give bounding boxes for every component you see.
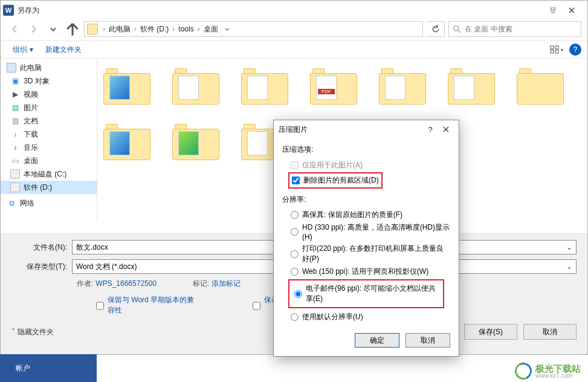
breadcrumb[interactable]: 桌面 [201,24,221,34]
account-panel[interactable]: 帐户 [0,354,97,382]
tree-network[interactable]: ⧉网络 [1,196,97,210]
tree-item[interactable]: ▥文档 [1,114,97,128]
folder-item[interactable] [379,66,426,105]
tree-item[interactable]: ▣3D 对象 [1,74,97,88]
cube-icon: ▣ [10,76,20,86]
author-value[interactable]: WPS_1666572500 [95,279,157,288]
folder-item[interactable] [448,66,495,105]
chevron-right-icon: › [171,25,176,33]
folder-item[interactable] [517,66,564,105]
organize-menu[interactable]: 组织▾ [7,44,39,56]
resolution-email[interactable]: 电子邮件(96 ppi): 尽可能缩小文档以便共享(E) [292,282,441,305]
chevron-down-icon[interactable]: ⌄ [566,262,572,271]
highlight-box: 电子邮件(96 ppi): 尽可能缩小文档以便共享(E) [288,279,444,308]
desktop-icon: ▭ [10,156,20,166]
tags-value[interactable]: 添加标记 [212,279,241,288]
folder-item[interactable] [103,121,150,160]
folder-item[interactable] [310,66,357,105]
breadcrumb[interactable]: 软件 (D:) [138,24,171,34]
watermark: 极光下载站 www.xz7.com [515,363,581,380]
resolution-hifi[interactable]: 高保真: 保留原始图片的质量(F) [282,209,450,221]
new-folder-button[interactable]: 新建文件夹 [39,44,88,56]
folder-item[interactable] [172,66,219,105]
folder-item[interactable] [103,66,150,105]
address-bar[interactable]: › 此电脑 › 软件 (D:) › tools › 桌面 [84,21,423,37]
delete-cropped-checkbox[interactable]: 删除图片的剪裁区域(D) [292,175,379,186]
author-label: 作者: [77,279,93,288]
chevron-right-icon: › [102,25,106,33]
view-mode-button[interactable]: ▾ [549,42,564,57]
tree-item[interactable]: ↓下载 [1,128,97,141]
word-icon: W [3,5,14,16]
hide-folders-toggle[interactable]: ˄隐藏文件夹 [11,327,54,337]
address-row: › 此电脑 › 软件 (D:) › tools › 桌面 [1,20,587,40]
dialog-help-button[interactable]: ? [422,121,438,137]
music-icon: ♪ [10,143,20,152]
tree-item[interactable]: ▭桌面 [1,154,97,167]
svg-rect-2 [555,46,558,49]
document-icon: ▥ [10,116,20,126]
tree-item[interactable]: ▶视频 [1,88,97,101]
dialog-title: 压缩图片 [279,125,308,135]
watermark-name: 极光下载站 [535,364,581,373]
tree-this-pc[interactable]: 此电脑 [1,61,97,74]
search-input[interactable] [465,25,577,33]
apply-only-checkbox: 仅应用于此图片(A) [282,158,450,172]
nav-forward[interactable] [26,21,42,37]
resolution-default[interactable]: 使用默认分辨率(U) [282,311,450,323]
close-icon [569,7,575,13]
resolution-web[interactable]: Web (150 ppi): 适用于网页和投影仪(W) [282,265,450,278]
address-dropdown[interactable] [221,22,234,36]
titlebar: W 另存为 登 [1,1,587,20]
help-button[interactable]: ? [569,44,581,56]
login-hint[interactable]: 登 [549,5,557,16]
video-icon: ▶ [10,89,20,99]
cancel-button[interactable]: 取消 [405,333,450,348]
svg-rect-4 [555,50,558,53]
folder-item[interactable] [241,66,288,105]
close-icon [443,126,449,132]
highlight-box: 删除图片的剪裁区域(D) [288,172,383,189]
ok-button[interactable]: 确定 [355,333,399,348]
pc-icon [7,63,16,73]
window-title: 另存为 [18,5,39,16]
folder-item[interactable] [172,121,219,160]
save-button[interactable]: 保存(S) [464,324,517,340]
refresh-button[interactable] [427,21,445,37]
nav-up[interactable] [65,21,80,37]
chevron-up-icon: ˄ [11,328,15,336]
close-button[interactable] [558,1,585,19]
tree-item-selected[interactable]: 软件 (D:) [1,181,97,194]
resolution-hd[interactable]: HD (330 ppi): 高质量，适合高清晰度(HD)显示(H) [282,221,450,242]
resolution-print[interactable]: 打印(220 ppi): 在多数打印机和屏幕上质量良好(P) [282,242,450,265]
breadcrumb[interactable]: 此电脑 [106,24,133,34]
dialog-close-button[interactable] [438,121,454,137]
dialog-titlebar: 压缩图片 ? [274,120,459,138]
chevron-right-icon: › [133,25,138,33]
filename-label: 文件名(N): [11,242,72,253]
network-icon: ⧉ [7,198,16,208]
download-icon: ↓ [10,129,20,139]
cancel-button[interactable]: 取消 [523,324,577,340]
compress-options-title: 压缩选项: [282,144,450,155]
recent-dropdown[interactable] [45,21,61,37]
nav-back[interactable] [7,21,22,37]
drive-icon [10,169,20,179]
tree-item[interactable]: 本地磁盘 (C:) [1,167,97,181]
watermark-url: www.xz7.com [535,373,581,379]
filetype-label: 保存类型(T): [11,262,72,272]
tree-item[interactable]: ♪音乐 [1,141,97,154]
svg-rect-1 [551,46,554,49]
chevron-down-icon[interactable]: ⌄ [566,243,572,251]
watermark-logo-icon [512,360,534,382]
svg-point-0 [454,26,459,31]
compat-checkbox[interactable]: 保留与 Word 早期版本的兼容性 [96,295,198,316]
tree-item[interactable]: ▤图片 [1,101,97,114]
chevron-right-icon: › [196,25,201,33]
chevron-down-icon: ▾ [30,45,33,54]
breadcrumb[interactable]: tools [176,25,196,33]
chevron-down-icon: ▾ [561,47,563,53]
search-box[interactable] [448,21,581,37]
drive-icon [10,183,20,192]
compress-pictures-dialog: 压缩图片 ? 压缩选项: 仅应用于此图片(A) 删除图片的剪裁区域(D) 分辨率… [273,120,459,357]
